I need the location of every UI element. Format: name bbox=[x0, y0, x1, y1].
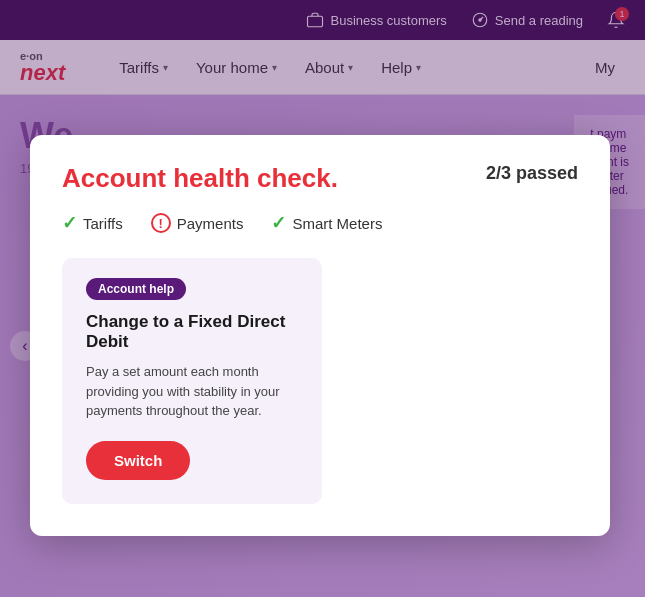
check-tariffs-pass-icon: ✓ bbox=[62, 212, 77, 234]
check-smart-meters: ✓ Smart Meters bbox=[271, 212, 382, 234]
modal-checks: ✓ Tariffs ! Payments ✓ Smart Meters bbox=[62, 212, 578, 234]
check-payments-label: Payments bbox=[177, 215, 244, 232]
check-payments-warn-icon: ! bbox=[151, 213, 171, 233]
check-tariffs: ✓ Tariffs bbox=[62, 212, 123, 234]
check-smart-meters-label: Smart Meters bbox=[292, 215, 382, 232]
check-smart-meters-pass-icon: ✓ bbox=[271, 212, 286, 234]
card-tag: Account help bbox=[86, 278, 186, 300]
modal-card: Account help Change to a Fixed Direct De… bbox=[62, 258, 322, 504]
card-description: Pay a set amount each month providing yo… bbox=[86, 362, 298, 421]
check-payments: ! Payments bbox=[151, 213, 244, 233]
modal-title: Account health check. bbox=[62, 163, 338, 194]
modal-score: 2/3 passed bbox=[486, 163, 578, 184]
switch-button[interactable]: Switch bbox=[86, 441, 190, 480]
card-title: Change to a Fixed Direct Debit bbox=[86, 312, 298, 352]
modal-header: Account health check. 2/3 passed bbox=[62, 163, 578, 194]
check-tariffs-label: Tariffs bbox=[83, 215, 123, 232]
account-health-modal: Account health check. 2/3 passed ✓ Tarif… bbox=[30, 135, 610, 536]
